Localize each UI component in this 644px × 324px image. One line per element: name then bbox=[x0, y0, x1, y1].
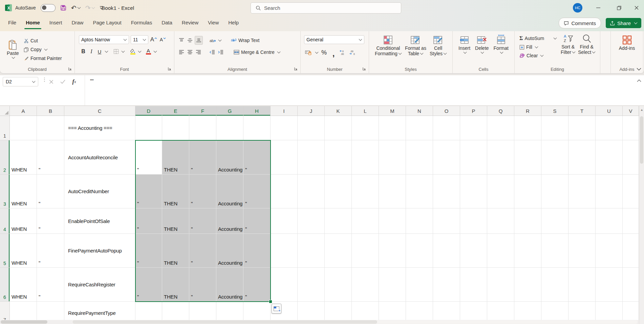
cell-E3[interactable]: THEN bbox=[162, 175, 189, 208]
cell-A6[interactable]: WHEN bbox=[10, 268, 37, 302]
cell-V1[interactable] bbox=[623, 116, 639, 140]
number-dialog-launcher[interactable] bbox=[363, 67, 367, 71]
borders-dropdown-icon[interactable] bbox=[122, 49, 125, 53]
enter-button[interactable] bbox=[58, 78, 67, 86]
cell-M4[interactable] bbox=[379, 208, 406, 234]
cell-B3[interactable]: " bbox=[37, 175, 64, 208]
cell-F3[interactable]: " bbox=[189, 175, 216, 208]
row-header-3[interactable]: 3 bbox=[0, 175, 10, 208]
cell-Q2[interactable] bbox=[487, 140, 514, 175]
cell-P5[interactable] bbox=[460, 234, 487, 268]
column-header-S[interactable]: S bbox=[541, 106, 568, 116]
cell-L5[interactable] bbox=[352, 234, 379, 268]
cell-D6[interactable]: " bbox=[135, 268, 162, 302]
decrease-indent-button[interactable] bbox=[208, 48, 216, 56]
format-painter-button[interactable]: Format Painter bbox=[22, 55, 63, 62]
cell-H2[interactable]: " bbox=[243, 140, 271, 175]
addins-button[interactable]: Add-ins bbox=[619, 35, 635, 51]
cell-N4[interactable] bbox=[406, 208, 433, 234]
tab-page-layout[interactable]: Page Layout bbox=[88, 16, 126, 29]
cell-N3[interactable] bbox=[406, 175, 433, 208]
cell-H1[interactable] bbox=[243, 116, 271, 140]
cell-I3[interactable] bbox=[271, 175, 298, 208]
font-family-combo[interactable]: Aptos Narrow bbox=[79, 35, 129, 44]
formula-bar-grip[interactable]: ⋮ bbox=[42, 78, 43, 81]
top-align-button[interactable] bbox=[178, 36, 185, 44]
format-cells-button[interactable]: Format bbox=[494, 35, 509, 54]
tab-view[interactable]: View bbox=[203, 16, 223, 29]
cell-M5[interactable] bbox=[379, 234, 406, 268]
cell-L4[interactable] bbox=[352, 208, 379, 234]
restore-button[interactable] bbox=[611, 0, 626, 16]
save-icon[interactable] bbox=[60, 5, 66, 11]
cell-T4[interactable] bbox=[568, 208, 596, 234]
underline-dropdown-icon[interactable] bbox=[105, 49, 108, 53]
column-header-I[interactable]: I bbox=[271, 106, 298, 116]
cell-B6[interactable]: " bbox=[37, 268, 64, 302]
vertical-scrollbar[interactable]: ▲ bbox=[639, 106, 644, 324]
row-header-5[interactable]: 5 bbox=[0, 234, 10, 268]
cell-V4[interactable] bbox=[623, 208, 639, 234]
cell-A5[interactable]: WHEN bbox=[10, 234, 37, 268]
bottom-align-button[interactable] bbox=[195, 36, 203, 45]
cell-M3[interactable] bbox=[379, 175, 406, 208]
cell-O5[interactable] bbox=[433, 234, 460, 268]
cell-J4[interactable] bbox=[298, 208, 325, 234]
formula-bar-collapse-icon[interactable] bbox=[637, 79, 641, 82]
fill-color-button[interactable] bbox=[129, 47, 136, 56]
cell-F2[interactable]: " bbox=[189, 140, 216, 175]
cell-G6[interactable]: Accounting bbox=[216, 268, 243, 302]
cell-Q1[interactable] bbox=[487, 116, 514, 140]
align-center-button[interactable] bbox=[186, 48, 194, 56]
cell-G1[interactable] bbox=[216, 116, 243, 140]
decrease-font-size-button[interactable]: A bbox=[159, 36, 167, 44]
row-header-1[interactable]: 1 bbox=[0, 116, 10, 140]
cell-I4[interactable] bbox=[271, 208, 298, 234]
cell-S1[interactable] bbox=[541, 116, 568, 140]
autosum-button[interactable]: ΣAutoSum bbox=[518, 35, 558, 42]
column-header-B[interactable]: B bbox=[37, 106, 64, 116]
tab-review[interactable]: Review bbox=[177, 16, 203, 29]
cell-H6[interactable]: " bbox=[243, 268, 271, 302]
decrease-decimal-button[interactable]: .000 bbox=[349, 48, 356, 57]
column-header-M[interactable]: M bbox=[379, 106, 406, 116]
column-header-L[interactable]: L bbox=[352, 106, 379, 116]
cell-L2[interactable] bbox=[352, 140, 379, 175]
tab-data[interactable]: Data bbox=[157, 16, 177, 29]
cell-B4[interactable]: " bbox=[37, 208, 64, 234]
insert-function-button[interactable]: fx bbox=[70, 78, 79, 86]
cell-D3[interactable]: " bbox=[135, 175, 162, 208]
cell-N5[interactable] bbox=[406, 234, 433, 268]
cell-A3[interactable]: WHEN bbox=[10, 175, 37, 208]
cell-I6[interactable] bbox=[271, 268, 298, 302]
avatar[interactable]: HC bbox=[573, 3, 582, 13]
tab-file[interactable]: File bbox=[3, 16, 21, 29]
cell-Q6[interactable] bbox=[487, 268, 514, 302]
cell-V2[interactable] bbox=[623, 140, 639, 175]
cell-E2[interactable]: THEN bbox=[162, 140, 189, 175]
cell-D5[interactable]: " bbox=[135, 234, 162, 268]
cell-Q3[interactable] bbox=[487, 175, 514, 208]
cell-F6[interactable]: " bbox=[189, 268, 216, 302]
formula-bar-value[interactable]: "" bbox=[90, 78, 94, 84]
cell-I2[interactable] bbox=[271, 140, 298, 175]
cell-S4[interactable] bbox=[541, 208, 568, 234]
cell-U6[interactable] bbox=[596, 268, 623, 302]
cell-L3[interactable] bbox=[352, 175, 379, 208]
column-header-R[interactable]: R bbox=[514, 106, 541, 116]
comma-style-button[interactable]: , bbox=[330, 47, 337, 58]
column-header-N[interactable]: N bbox=[406, 106, 433, 116]
cancel-button[interactable] bbox=[47, 78, 56, 86]
accounting-format-button[interactable] bbox=[305, 48, 312, 57]
cell-H3[interactable]: " bbox=[243, 175, 271, 208]
clear-button[interactable]: Clear bbox=[518, 52, 558, 59]
cell-B1[interactable] bbox=[37, 116, 64, 140]
cell-K5[interactable] bbox=[325, 234, 352, 268]
cell-P6[interactable] bbox=[460, 268, 487, 302]
tab-home[interactable]: Home bbox=[21, 16, 45, 29]
cut-button[interactable]: Cut bbox=[22, 37, 39, 44]
cell-R6[interactable] bbox=[514, 268, 541, 302]
bold-button[interactable]: B bbox=[80, 47, 87, 56]
insert-cells-button[interactable]: Insert bbox=[458, 35, 470, 54]
cell-A4[interactable]: WHEN bbox=[10, 208, 37, 234]
